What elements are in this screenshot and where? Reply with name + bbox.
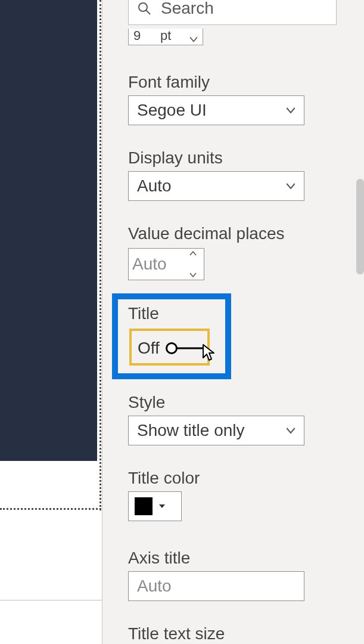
visual-tile[interactable] — [0, 0, 97, 461]
font-family-value: Segoe UI — [137, 101, 207, 120]
title-color-picker[interactable] — [128, 491, 182, 521]
report-canvas[interactable] — [0, 0, 102, 644]
chevron-down-icon — [286, 426, 295, 435]
title-toggle-state: Off — [138, 339, 160, 358]
scrollbar-thumb[interactable] — [356, 179, 364, 274]
selection-border-bottom — [0, 508, 101, 510]
axis-title-value: Auto — [137, 577, 172, 596]
title-toggle-label: Title — [128, 304, 159, 323]
search-placeholder: Search — [161, 0, 214, 18]
svg-point-0 — [139, 3, 147, 11]
font-size-value: 9 — [133, 28, 142, 44]
toggle-track[interactable] — [166, 342, 203, 354]
chevron-down-icon — [286, 106, 295, 115]
title-toggle[interactable]: Off — [138, 339, 203, 358]
selection-border-right — [99, 0, 101, 510]
font-family-label: Font family — [128, 73, 210, 92]
search-icon — [137, 1, 151, 16]
style-label: Style — [128, 393, 165, 412]
canvas-divider — [0, 600, 102, 600]
axis-title-input[interactable]: Auto — [128, 571, 304, 601]
chevron-down-icon — [189, 35, 198, 44]
svg-line-1 — [146, 10, 150, 14]
display-units-label: Display units — [128, 148, 223, 168]
title-color-label: Title color — [128, 469, 200, 488]
toggle-knob[interactable] — [166, 342, 178, 354]
panel-divider — [102, 0, 102, 644]
spinner-up-icon[interactable] — [189, 251, 200, 256]
style-select[interactable]: Show title only — [128, 416, 304, 445]
search-input[interactable]: Search — [128, 0, 337, 25]
axis-title-label: Axis title — [128, 549, 190, 568]
chevron-down-icon — [286, 181, 295, 191]
color-swatch — [135, 497, 153, 515]
title-text-size-label: Title text size — [128, 624, 225, 643]
value-decimal-places-stepper[interactable]: Auto — [128, 248, 204, 280]
font-size-stepper[interactable]: 9 pt — [128, 29, 203, 45]
display-units-select[interactable]: Auto — [128, 171, 304, 201]
spinner-down-icon[interactable] — [189, 273, 200, 277]
style-value: Show title only — [137, 421, 245, 440]
display-units-value: Auto — [137, 177, 172, 196]
value-decimal-places-label: Value decimal places — [128, 224, 285, 243]
format-panel: Search 9 pt Font family Segoe UI Display… — [102, 0, 364, 644]
value-decimal-places-value: Auto — [132, 255, 167, 274]
font-family-select[interactable]: Segoe UI — [128, 95, 304, 125]
caret-down-icon — [158, 504, 166, 509]
font-size-unit: pt — [142, 28, 189, 44]
